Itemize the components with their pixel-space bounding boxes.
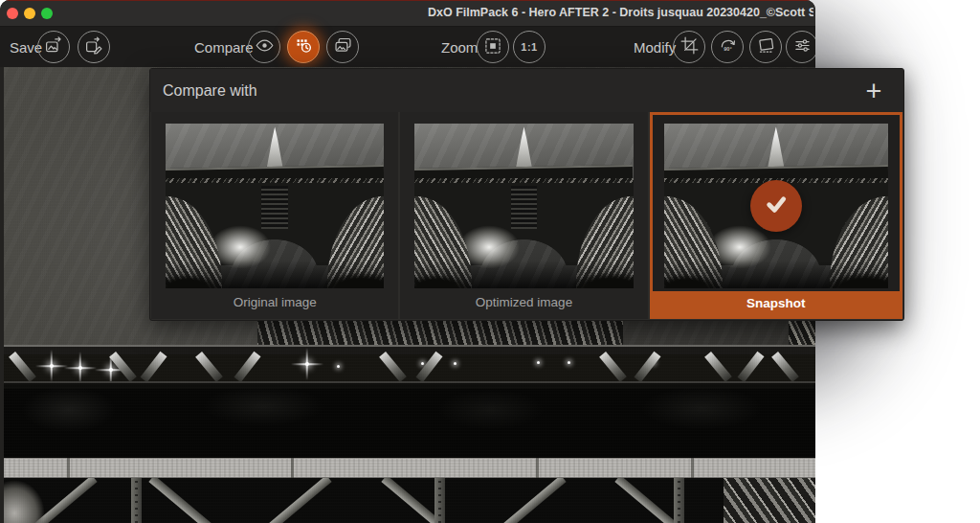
- svg-text:90°: 90°: [724, 46, 732, 52]
- compare-gallery-button[interactable]: [326, 31, 359, 63]
- titlebar: DxO FilmPack 6 - Hero AFTER 2 - Droits j…: [0, 0, 815, 27]
- original-image-thumbnail: [166, 124, 384, 288]
- export-edit-icon: [84, 35, 104, 58]
- check-icon: [761, 189, 791, 223]
- snapshots-clock-icon: [294, 35, 314, 58]
- compare-preview-button[interactable]: [248, 31, 280, 63]
- export-image-icon: [44, 35, 64, 58]
- crop-button[interactable]: [673, 31, 705, 63]
- optimized-image-label: Optimized image: [400, 286, 647, 319]
- minimize-button[interactable]: [24, 8, 35, 19]
- compare-snapshots-button[interactable]: [287, 31, 320, 63]
- rotate-90-icon: 90°: [718, 35, 738, 58]
- compare-label: Compare: [194, 27, 254, 68]
- fullscreen-button[interactable]: [41, 8, 53, 19]
- compare-option-optimized[interactable]: Optimized image: [400, 112, 647, 319]
- add-snapshot-button[interactable]: +: [858, 76, 889, 106]
- toolbar: Save Compare: [0, 27, 815, 68]
- photo-truss: [4, 478, 815, 523]
- compare-option-original[interactable]: Original image: [151, 112, 398, 319]
- compare-panel-header: Compare with +: [150, 69, 903, 112]
- adjustments-button[interactable]: [786, 31, 815, 63]
- modify-label: Modify: [634, 27, 676, 68]
- photo-dark-band: [4, 389, 815, 458]
- compare-panel-title: Compare with: [163, 69, 257, 112]
- close-button[interactable]: [7, 8, 18, 19]
- straighten-icon: [756, 35, 776, 58]
- rotate-90-button[interactable]: 90°: [711, 31, 744, 63]
- traffic-lights: [7, 8, 53, 19]
- zoom-fit-button[interactable]: [477, 31, 509, 63]
- sliders-icon: [792, 35, 813, 58]
- selected-check-badge: [750, 180, 802, 232]
- window-title: DxO FilmPack 6 - Hero AFTER 2 - Droits j…: [428, 0, 813, 26]
- compare-option-snapshot[interactable]: Snapshot: [650, 112, 902, 319]
- original-image-label: Original image: [151, 286, 398, 319]
- photo-beam: [4, 345, 815, 354]
- export-image-button[interactable]: [37, 31, 70, 63]
- zoom-one-to-one-button[interactable]: 1:1: [513, 31, 546, 63]
- crop-icon: [679, 35, 700, 58]
- compare-options: Original image Optimized image Snapshot: [151, 112, 902, 319]
- fit-screen-icon: [483, 36, 502, 58]
- optimized-image-thumbnail: [414, 124, 633, 288]
- snapshot-label: Snapshot: [653, 291, 900, 316]
- compare-with-panel: Compare with + Original image Optimized …: [149, 68, 904, 321]
- export-edit-button[interactable]: [78, 31, 110, 63]
- one-to-one-label: 1:1: [521, 41, 537, 53]
- photos-stack-icon: [333, 35, 353, 58]
- horizon-straighten-button[interactable]: [749, 31, 782, 63]
- zoom-label: Zoom: [441, 27, 478, 68]
- eye-icon: [255, 35, 275, 58]
